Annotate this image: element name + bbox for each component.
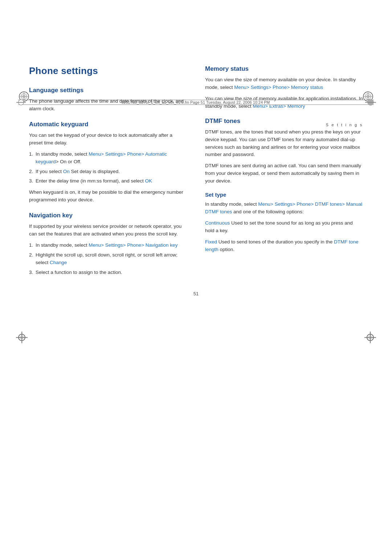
set-type-link[interactable]: Menu> Settings> Phone> DTMF tones> Manua… xyxy=(205,201,362,214)
list-num: 1. xyxy=(29,242,33,249)
section-header-navigation: Navigation key xyxy=(29,212,187,219)
keyguard-footer: When keyguard is on, it may be possible … xyxy=(29,189,187,204)
set-type-para: In standby mode, select Menu> Settings> … xyxy=(205,201,363,216)
section-header-memory: Memory status xyxy=(205,65,363,73)
page-number: 51 xyxy=(29,291,363,296)
list-item: 1. In standby mode, select Menu> Setting… xyxy=(29,151,187,166)
section-header-keyguard: Automatic keyguard xyxy=(29,121,187,128)
header-rule-area: 9251758_6275i_1_en_au_oth_v1.0.fm Page 5… xyxy=(0,100,392,105)
dtmf-para-2: DTMF tones are sent during an active cal… xyxy=(205,162,363,185)
continuous-label: Continuous xyxy=(205,220,230,226)
rule-circle-left xyxy=(18,99,24,105)
deco-mid-right xyxy=(367,334,374,341)
deco-mid-left xyxy=(18,334,25,341)
keyguard-body: You can set the keypad of your device to… xyxy=(29,132,187,147)
keyguard-link-2[interactable]: On xyxy=(63,169,70,174)
page-title: Phone settings xyxy=(29,65,187,77)
list-item: 2. If you select On Set delay is display… xyxy=(29,168,187,176)
keyguard-list: 1. In standby mode, select Menu> Setting… xyxy=(29,151,187,185)
content-area: Phone settings Language settings The pho… xyxy=(0,58,392,318)
navigation-body: If supported by your wireless service pr… xyxy=(29,223,187,238)
left-column: Phone settings Language settings The pho… xyxy=(29,65,187,280)
deco-circle-mid-left xyxy=(18,334,25,341)
list-item: 1. In standby mode, select Menu> Setting… xyxy=(29,242,187,249)
two-col-layout: Phone settings Language settings The pho… xyxy=(29,65,363,280)
option-fixed: Fixed Used to send tones of the duration… xyxy=(205,238,363,254)
list-num: 3. xyxy=(29,269,33,276)
list-num: 2. xyxy=(29,251,33,259)
nav-link-2[interactable]: Change xyxy=(50,260,67,265)
list-item: 2. Highlight the scroll up, scroll down,… xyxy=(29,251,187,267)
page-container: 9251758_6275i_1_en_au_oth_v1.0.fm Page 5… xyxy=(0,58,392,554)
list-item: 3. Select a function to assign to the ac… xyxy=(29,269,187,276)
dtmf-tone-length-link[interactable]: DTMF tone length xyxy=(205,239,358,252)
keyguard-link-1[interactable]: Menu> Settings> Phone> Automatic keyguar… xyxy=(36,151,167,164)
dtmf-para-1: DTMF tones, are the tones that sound whe… xyxy=(205,128,363,159)
list-num: 2. xyxy=(29,168,33,176)
list-item: 3. Enter the delay time (in mm:ss format… xyxy=(29,177,187,185)
header-filepath: 9251758_6275i_1_en_au_oth_v1.0.fm Page 5… xyxy=(121,100,270,104)
rule-circle-right xyxy=(367,99,374,106)
memory-para-1: You can view the size of memory availabl… xyxy=(205,76,363,91)
section-header-set-type: Set type xyxy=(205,192,363,198)
list-num: 3. xyxy=(29,177,33,185)
keyguard-link-3[interactable]: OK xyxy=(145,178,152,184)
fixed-label: Fixed xyxy=(205,239,217,245)
nav-link-1[interactable]: Menu> Settings> Phone> Navigation key xyxy=(89,242,177,248)
option-continuous: Continuous Used to set the tone sound fo… xyxy=(205,219,363,235)
settings-label: S e t t i n g s xyxy=(326,123,363,127)
list-num: 1. xyxy=(29,151,33,158)
navigation-list: 1. In standby mode, select Menu> Setting… xyxy=(29,242,187,276)
header-rule-line: 9251758_6275i_1_en_au_oth_v1.0.fm Page 5… xyxy=(18,100,374,105)
right-column: Memory status You can view the size of m… xyxy=(205,65,363,257)
section-header-language: Language settings xyxy=(29,87,187,94)
deco-circle-mid-right xyxy=(367,334,374,341)
memory-link-1[interactable]: Menu> Settings> Phone> Memory status xyxy=(234,85,323,90)
